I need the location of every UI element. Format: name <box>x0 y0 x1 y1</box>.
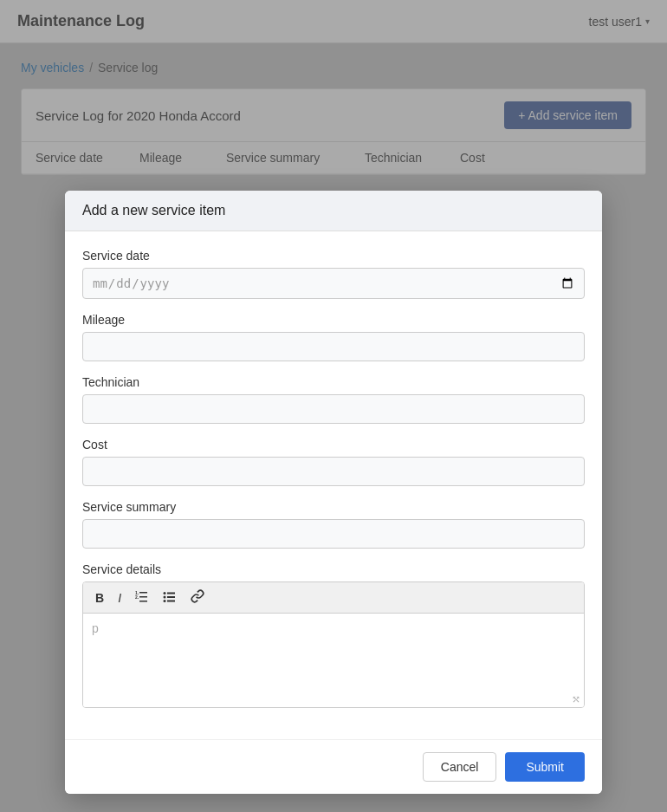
mileage-label: Mileage <box>82 313 585 327</box>
mileage-group: Mileage <box>82 313 585 361</box>
technician-label: Technician <box>82 375 585 389</box>
svg-point-5 <box>164 592 166 594</box>
service-summary-label: Service summary <box>82 500 585 514</box>
italic-button[interactable]: I <box>114 589 125 607</box>
technician-group: Technician <box>82 375 585 424</box>
ordered-list-button[interactable]: 1. 2. <box>132 588 152 607</box>
svg-rect-10 <box>167 601 175 602</box>
technician-input[interactable] <box>82 394 585 424</box>
unordered-list-button[interactable] <box>159 588 180 607</box>
mileage-input[interactable] <box>82 332 585 361</box>
editor-resize-handle: ⤲ <box>83 692 584 707</box>
svg-rect-4 <box>139 601 147 602</box>
svg-rect-2 <box>139 592 147 594</box>
editor-placeholder: p <box>92 621 99 635</box>
cost-label: Cost <box>82 438 585 451</box>
resize-icon: ⤲ <box>572 693 580 705</box>
service-date-group: Service date <box>82 249 585 299</box>
link-button[interactable] <box>187 588 208 607</box>
modal-body: Service date Mileage Technician Cost Ser… <box>65 231 602 739</box>
modal-footer: Cancel Submit <box>65 739 602 794</box>
svg-rect-8 <box>167 593 175 594</box>
service-details-label: Service details <box>82 562 585 576</box>
modal-dialog: Add a new service item Service date Mile… <box>65 191 602 794</box>
service-summary-group: Service summary <box>82 500 585 549</box>
bold-button[interactable]: B <box>92 589 107 607</box>
cost-group: Cost <box>82 438 585 486</box>
cost-input[interactable] <box>82 457 585 486</box>
service-details-group: Service details B I 1. 2. <box>82 562 585 708</box>
svg-point-7 <box>164 600 166 602</box>
svg-point-6 <box>164 596 166 599</box>
service-date-input[interactable] <box>82 268 585 299</box>
svg-rect-3 <box>139 596 147 598</box>
svg-text:2.: 2. <box>135 594 139 600</box>
editor-body[interactable]: p <box>83 614 584 692</box>
service-date-label: Service date <box>82 249 585 263</box>
submit-button[interactable]: Submit <box>505 752 585 782</box>
modal-title: Add a new service item <box>82 203 225 218</box>
rich-text-editor: B I 1. 2. p <box>82 581 585 708</box>
modal-header: Add a new service item <box>65 191 602 231</box>
svg-rect-9 <box>167 596 175 598</box>
editor-toolbar: B I 1. 2. <box>83 582 584 614</box>
modal-overlay: Add a new service item Service date Mile… <box>0 0 667 812</box>
cancel-button[interactable]: Cancel <box>423 752 497 782</box>
service-summary-input[interactable] <box>82 519 585 549</box>
